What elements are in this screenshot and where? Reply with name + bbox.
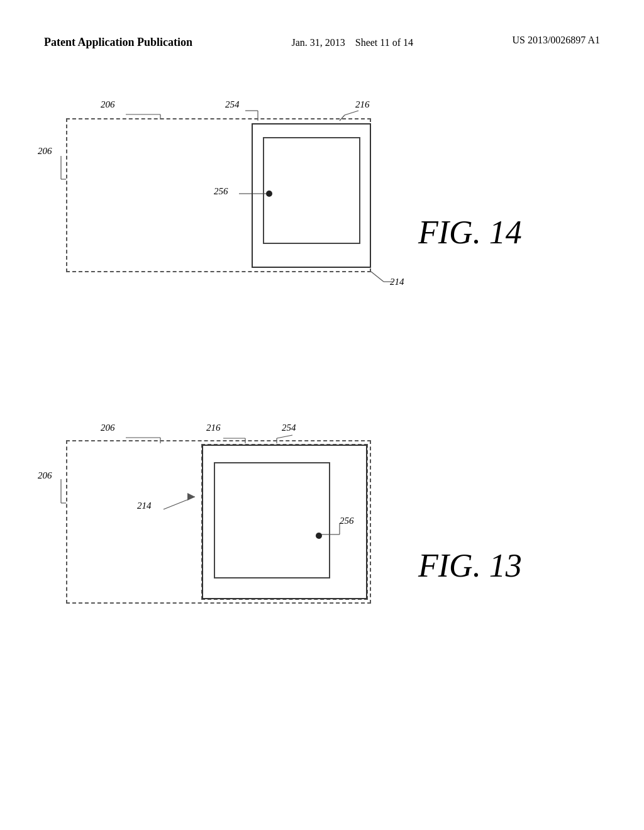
header-sheet: Sheet 11 of 14 (355, 37, 413, 48)
fig14-ref-206-left: 206 (38, 146, 52, 157)
fig13-screen-rect (214, 462, 330, 578)
header-date: Jan. 31, 2013 (291, 37, 345, 48)
fig14-label: FIG. 14 (418, 214, 522, 251)
fig13-ref-216: 216 (206, 423, 221, 433)
fig14-ref-206-top: 206 (101, 99, 115, 110)
svg-line-5 (345, 111, 358, 115)
fig13-label: FIG. 13 (418, 547, 522, 584)
fig13-ref-206-left: 206 (38, 470, 52, 481)
header-patent-number: US 2013/0026897 A1 (512, 35, 600, 46)
fig14-dot-256 (266, 191, 272, 197)
fig13-ref-206-top: 206 (101, 423, 115, 433)
fig14-ref-216: 216 (355, 99, 370, 110)
fig14-ref-254: 254 (225, 99, 240, 110)
svg-line-10 (371, 272, 384, 282)
fig13-dot-256 (316, 533, 322, 539)
patent-page: Patent Application Publication Jan. 31, … (0, 0, 644, 830)
fig13-ref-254: 254 (282, 423, 296, 433)
svg-line-19 (277, 435, 292, 438)
fig14-ref-214: 214 (390, 277, 404, 287)
header-date-sheet: Jan. 31, 2013 Sheet 11 of 14 (291, 35, 413, 51)
page-header: Patent Application Publication Jan. 31, … (0, 35, 644, 51)
fig14-screen-rect (263, 137, 360, 244)
header-title: Patent Application Publication (44, 35, 192, 50)
